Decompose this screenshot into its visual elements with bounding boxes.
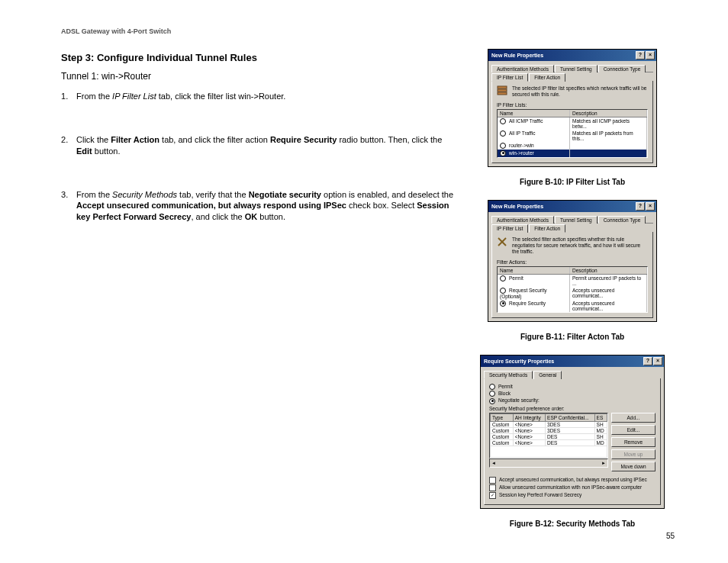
tab-conn[interactable]: Connection Type — [598, 65, 646, 72]
fig-b12-caption: Figure B-12: Security Methods Tab — [510, 520, 635, 528]
step-title: Step 3: Configure Individual Tunnel Rule… — [61, 52, 458, 63]
radio-block[interactable]: Block — [489, 391, 656, 397]
moveup-button[interactable]: Move up — [611, 449, 656, 459]
tab-conn[interactable]: Connection Type — [598, 216, 646, 224]
fig-b10-dialog: New Rule Properties ? × Authentication M… — [488, 49, 657, 167]
tab-general[interactable]: General — [533, 371, 562, 379]
fig-b11-dialog: New Rule Properties ? × Authentication M… — [488, 200, 657, 322]
movedown-button[interactable]: Move down — [611, 462, 656, 471]
tab-security-methods[interactable]: Security Methods — [484, 371, 533, 379]
step-1: From the IP Filter List tab, click the f… — [61, 91, 458, 102]
tab-ipfilter[interactable]: IP Filter List — [491, 224, 528, 233]
help-button[interactable]: ? — [636, 51, 645, 60]
info-text: The selected filter action specifies whe… — [512, 236, 648, 254]
tab-ipfilter[interactable]: IP Filter List — [491, 73, 528, 82]
filter-actions-list[interactable]: Name Description PermitPermit unsecured … — [497, 266, 648, 313]
tab-auth[interactable]: Authentication Methods — [491, 216, 554, 224]
figures-column: New Rule Properties ? × Authentication M… — [473, 49, 672, 542]
chk-allow[interactable]: Allow unsecured communication with non I… — [489, 484, 656, 491]
button-column: Add... Edit... Remove Move up Move down — [611, 413, 656, 474]
page-header: ADSL Gateway with 4-Port Switch — [61, 27, 682, 35]
chk-accept[interactable]: Accept unsecured communication, but alwa… — [489, 477, 656, 484]
pref-label: Security Method preference order: — [489, 406, 656, 411]
tab-filteraction[interactable]: Filter Action — [529, 224, 565, 233]
close-button[interactable]: × — [646, 202, 655, 211]
tab-auth[interactable]: Authentication Methods — [491, 65, 554, 72]
tunnel-title: Tunnel 1: win->Router — [61, 71, 458, 82]
radio-negotiate[interactable]: Negotiate security: — [489, 397, 656, 404]
tab-tunnel[interactable]: Tunnel Setting — [555, 65, 598, 72]
help-button[interactable]: ? — [643, 357, 652, 365]
add-button[interactable]: Add... — [611, 413, 656, 423]
tab-tunnel[interactable]: Tunnel Setting — [555, 216, 598, 224]
remove-button[interactable]: Remove — [611, 437, 656, 447]
fig-b11-caption: Figure B-11: Filter Acton Tab — [520, 333, 624, 341]
filter-list-icon — [497, 85, 507, 96]
page-number: 55 — [666, 532, 675, 540]
ip-filter-list[interactable]: Name Description All ICMP TrafficMatches… — [497, 109, 648, 159]
dialog-title: New Rule Properties — [491, 204, 543, 209]
help-button[interactable]: ? — [636, 202, 645, 211]
h-scrollbar[interactable]: ◄► — [489, 458, 608, 468]
filter-action-icon — [497, 236, 507, 247]
info-text: The selected IP filter list specifies wh… — [512, 85, 648, 98]
dialog-title: New Rule Properties — [491, 53, 543, 58]
dialog-title: Require Security Properties — [484, 359, 554, 364]
text-column: Step 3: Configure Individual Tunnel Rule… — [61, 49, 458, 542]
svg-rect-2 — [498, 92, 507, 95]
close-button[interactable]: × — [646, 51, 655, 60]
group-label: IP Filter Lists: — [497, 102, 648, 108]
fig-b10-caption: Figure B-10: IP Filter List Tab — [520, 178, 625, 186]
chk-pfs[interactable]: Session key Perfect Forward Secrecy — [489, 492, 656, 499]
svg-rect-1 — [498, 89, 507, 92]
radio-permit[interactable]: Permit — [489, 384, 656, 390]
step-3: From the Security Methods tab, verify th… — [61, 189, 458, 224]
tab-filteraction[interactable]: Filter Action — [529, 73, 565, 82]
methods-table[interactable]: TypeAH IntegrityESP Confidential...ES Cu… — [489, 413, 608, 458]
svg-rect-0 — [498, 86, 507, 88]
step-2: Click the Filter Action tab, and click t… — [61, 134, 458, 157]
group-label: Filter Actions: — [497, 259, 648, 265]
edit-button[interactable]: Edit... — [611, 425, 656, 435]
close-button[interactable]: × — [653, 357, 662, 365]
fig-b12-dialog: Require Security Properties ? × Security… — [480, 355, 665, 509]
